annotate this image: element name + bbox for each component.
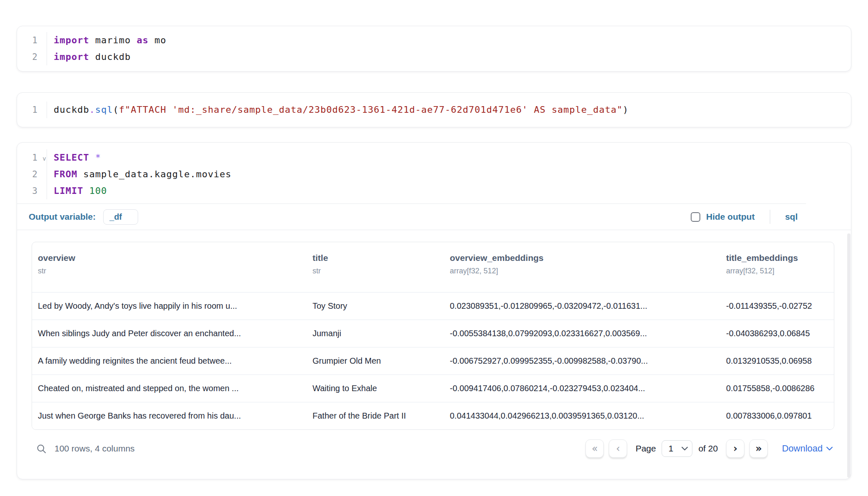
table-cell[interactable]: Toy Story [312, 301, 450, 311]
table-footer: 100 rows, 4 columns « ‹ Page 1 [32, 436, 834, 461]
line-number: 2 [17, 166, 47, 183]
page-select-value: 1 [668, 444, 673, 454]
code-token: * [95, 152, 101, 163]
table-cell[interactable]: -0.0055384138,0.07992093,0.023316627,0.0… [450, 329, 726, 338]
download-label: Download [782, 443, 823, 454]
double-chevron-right-icon: » [755, 443, 762, 454]
page-label: Page [635, 444, 656, 454]
column-name: overview [38, 253, 307, 263]
table-row[interactable]: A family wedding reignites the ancient f… [32, 347, 834, 374]
table-cell[interactable]: Waiting to Exhale [312, 384, 450, 393]
code-text: FROM sample_data.kaggle.movies [47, 166, 231, 183]
line-number: 1 [17, 102, 47, 118]
table-row[interactable]: Just when George Banks has recovered fro… [32, 402, 834, 429]
code-token: ( [113, 104, 119, 115]
code-token [89, 152, 95, 163]
table-cell[interactable]: Grumpier Old Men [312, 356, 450, 366]
table-cell[interactable]: 0.041433044,0.042966213,0.0039591365,0.0… [450, 411, 726, 421]
table-cell[interactable]: Just when George Banks has recovered fro… [38, 411, 312, 421]
table-cell[interactable]: -0.011439355,-0.02752 [726, 301, 834, 311]
fold-chevron-icon[interactable]: v [43, 150, 46, 167]
table-header-row: overviewstrtitlestroverview_embeddingsar… [32, 242, 834, 292]
column-header-title_embeddings[interactable]: title_embeddingsarray[f32, 512] [726, 253, 834, 292]
sql-cell: 1vSELECT *2FROM sample_data.kaggle.movie… [17, 142, 851, 479]
divider [770, 210, 770, 224]
code-text: import duckdb [47, 49, 131, 65]
code-token: ) [623, 104, 629, 115]
code-text: duckdb.sql(f"ATTACH 'md:_share/sample_da… [47, 102, 629, 118]
hide-output-label[interactable]: Hide output [706, 212, 755, 222]
code-token: duckdb [54, 104, 89, 115]
code-editor[interactable]: 1import marimo as mo2import duckdb [17, 32, 851, 65]
code-token: marimo [89, 35, 136, 45]
language-badge-sql[interactable]: sql [785, 212, 798, 222]
prev-page-button[interactable]: ‹ [609, 439, 627, 458]
code-line[interactable]: 1import marimo as mo [17, 32, 851, 49]
column-name: title_embeddings [726, 253, 828, 263]
code-token: mo [149, 35, 166, 45]
column-header-overview_embeddings[interactable]: overview_embeddingsarray[f32, 512] [450, 253, 726, 292]
table-cell[interactable]: Cheated on, mistreated and stepped on, t… [38, 384, 312, 393]
dataframe-table: overviewstrtitlestroverview_embeddingsar… [32, 242, 834, 430]
table-cell[interactable]: When siblings Judy and Peter discover an… [38, 329, 312, 338]
table-output-area: overviewstrtitlestroverview_embeddingsar… [17, 230, 851, 479]
code-token: duckdb [89, 52, 131, 62]
table-row[interactable]: When siblings Judy and Peter discover an… [32, 320, 834, 347]
code-token: FROM [54, 169, 77, 179]
code-line[interactable]: 1vSELECT * [17, 149, 851, 166]
code-token: as [136, 35, 149, 45]
code-cell-imports: 1import marimo as mo2import duckdb [17, 26, 851, 72]
column-header-title[interactable]: titlestr [312, 253, 450, 292]
chevron-right-icon: › [733, 443, 737, 454]
table-cell[interactable]: 0.01755858,-0.0086286 [726, 384, 834, 393]
table-row[interactable]: Led by Woody, Andy's toys live happily i… [32, 292, 834, 320]
double-chevron-left-icon: « [592, 443, 598, 454]
code-editor[interactable]: 1duckdb.sql(f"ATTACH 'md:_share/sample_d… [17, 102, 851, 118]
code-token: import [54, 52, 89, 62]
code-line[interactable]: 2import duckdb [17, 49, 851, 65]
next-page-button[interactable]: › [726, 439, 744, 458]
table-cell[interactable]: -0.009417406,0.07860214,-0.023279453,0.0… [450, 384, 726, 393]
cell-scrollbar[interactable] [847, 233, 851, 478]
table-cell[interactable]: Led by Woody, Andy's toys live happily i… [38, 301, 312, 311]
output-variable-input[interactable] [103, 209, 138, 225]
code-line[interactable]: 1duckdb.sql(f"ATTACH 'md:_share/sample_d… [17, 102, 851, 118]
output-variable-bar: Output variable: Hide output sql [17, 204, 851, 230]
chevron-down-icon [682, 446, 688, 451]
code-text: import marimo as mo [47, 32, 166, 49]
code-editor[interactable]: 1vSELECT *2FROM sample_data.kaggle.movie… [17, 149, 851, 199]
page-total-label: of 20 [698, 444, 718, 454]
table-cell[interactable]: 0.023089351,-0.012809965,-0.03209472,-0.… [450, 301, 726, 311]
table-row[interactable]: Cheated on, mistreated and stepped on, t… [32, 374, 834, 402]
line-number: 3 [17, 183, 47, 199]
search-icon[interactable] [36, 443, 47, 454]
table-cell[interactable]: 0.0132910535,0.06958 [726, 356, 834, 366]
download-button[interactable]: Download [782, 443, 833, 454]
column-dtype: str [312, 267, 444, 275]
table-cell[interactable]: -0.040386293,0.06845 [726, 329, 834, 338]
row-count-summary: 100 rows, 4 columns [55, 444, 135, 454]
table-body: Led by Woody, Andy's toys live happily i… [32, 292, 834, 429]
code-token: 100 [89, 186, 107, 196]
last-page-button[interactable]: » [749, 439, 768, 458]
table-cell[interactable]: Father of the Bride Part II [312, 411, 450, 421]
table-cell[interactable]: -0.006752927,0.099952355,-0.009982588,-0… [450, 356, 726, 366]
table-cell[interactable]: Jumanji [312, 329, 450, 338]
code-token: import [54, 35, 89, 45]
code-token: LIMIT [54, 186, 83, 196]
column-header-overview[interactable]: overviewstr [38, 253, 312, 292]
page-select[interactable]: 1 [662, 440, 692, 457]
notebook-page: 1import marimo as mo2import duckdb 1duck… [0, 26, 868, 479]
table-cell[interactable]: 0.007833006,0.097801 [726, 411, 834, 421]
first-page-button[interactable]: « [585, 439, 604, 458]
hide-output-checkbox[interactable] [691, 212, 700, 222]
code-token: SELECT [54, 152, 89, 163]
table-cell[interactable]: A family wedding reignites the ancient f… [38, 356, 312, 366]
code-line[interactable]: 3LIMIT 100 [17, 183, 851, 199]
output-variable-label: Output variable: [29, 212, 96, 222]
code-token: f"ATTACH 'md:_share/sample_data/23b0d623… [119, 104, 623, 115]
line-number: 2 [17, 49, 47, 65]
code-cell-attach: 1duckdb.sql(f"ATTACH 'md:_share/sample_d… [17, 92, 851, 127]
code-line[interactable]: 2FROM sample_data.kaggle.movies [17, 166, 851, 183]
line-number: 1 [17, 32, 47, 49]
